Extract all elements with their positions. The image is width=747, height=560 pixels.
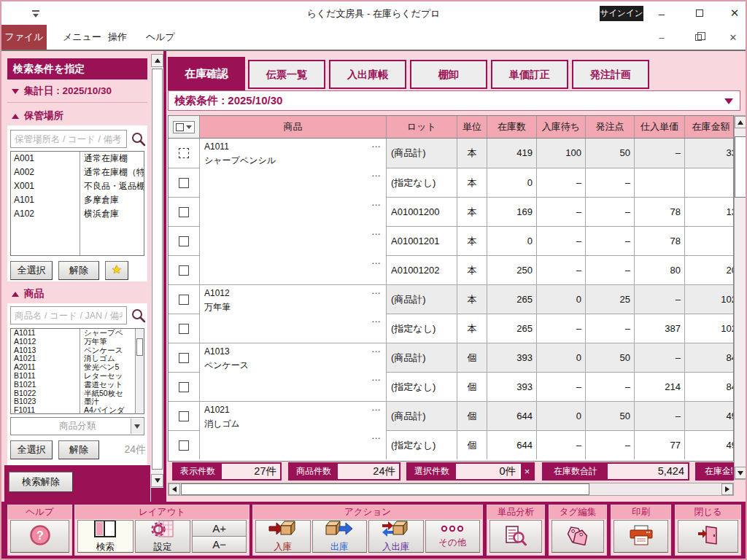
row-select-cell[interactable] bbox=[169, 343, 200, 372]
row-more-button[interactable]: … bbox=[371, 430, 382, 441]
list-item[interactable]: A001通常在庫棚 bbox=[11, 152, 144, 166]
column-header-amount[interactable]: 在庫金額 bbox=[685, 116, 734, 138]
scroll-right-button[interactable] bbox=[721, 483, 733, 495]
sidebar-scrollbar[interactable] bbox=[151, 54, 163, 502]
list-item[interactable]: A1011シャープペ bbox=[11, 329, 144, 338]
table-vertical-scrollbar[interactable] bbox=[734, 115, 747, 480]
list-item[interactable]: A1013ペンケース bbox=[11, 346, 144, 355]
row-checkbox[interactable] bbox=[179, 236, 189, 246]
row-select-cell[interactable] bbox=[169, 401, 200, 430]
search-icon[interactable] bbox=[130, 130, 147, 148]
tag-edit-button[interactable] bbox=[551, 520, 604, 553]
inbound-button[interactable]: 入庫 bbox=[255, 520, 311, 553]
product-search-input[interactable] bbox=[10, 306, 127, 324]
column-header-qty[interactable]: 在庫数 bbox=[487, 116, 537, 138]
row-checkbox[interactable] bbox=[179, 353, 189, 363]
row-more-button[interactable]: … bbox=[371, 139, 382, 149]
product-section-header[interactable]: 商品 bbox=[12, 287, 147, 300]
print-button[interactable] bbox=[614, 520, 668, 553]
list-item[interactable]: A1012万年筆 bbox=[11, 338, 144, 346]
list-item[interactable]: A101多摩倉庫 bbox=[11, 193, 144, 207]
location-select-all-button[interactable]: 全選択 bbox=[10, 261, 53, 280]
table-horizontal-scrollbar[interactable] bbox=[168, 483, 734, 496]
font-decrease-button[interactable]: A− bbox=[192, 536, 247, 553]
list-item[interactable]: A2011蛍光ペン5 bbox=[11, 363, 144, 372]
row-more-button[interactable]: … bbox=[371, 285, 382, 296]
row-checkbox[interactable] bbox=[179, 440, 189, 451]
column-header-lot[interactable]: ロット bbox=[387, 116, 457, 138]
filter-bar[interactable]: 検索条件 : 2025/10/30 bbox=[168, 90, 740, 111]
list-item[interactable]: B1021書道セット bbox=[11, 381, 144, 389]
reset-search-button[interactable]: 検索解除 bbox=[9, 472, 73, 492]
column-header-product[interactable]: 商品 bbox=[200, 116, 387, 138]
row-select-cell[interactable] bbox=[169, 372, 200, 401]
list-item[interactable]: A002通常在庫棚（特 bbox=[11, 166, 144, 179]
tab-slip-list[interactable]: 伝票一覧 bbox=[248, 60, 325, 89]
list-item[interactable]: A102横浜倉庫 bbox=[11, 207, 144, 221]
child-close-button[interactable]: ✕ bbox=[722, 29, 744, 45]
other-actions-button[interactable]: その他 bbox=[425, 520, 481, 553]
row-more-button[interactable]: … bbox=[371, 343, 382, 354]
scrollbar-thumb[interactable] bbox=[152, 69, 163, 470]
row-select-cell[interactable] bbox=[169, 168, 200, 197]
scrollbar-thumb[interactable] bbox=[735, 136, 746, 198]
column-header-wait[interactable]: 入庫待ち bbox=[537, 116, 586, 138]
minimize-button[interactable]: – bbox=[649, 4, 674, 22]
inout-button[interactable]: 入出庫 bbox=[368, 520, 424, 553]
tab-order-plan[interactable]: 発注計画 bbox=[572, 60, 649, 89]
list-item[interactable]: A1021消しゴム bbox=[11, 354, 144, 363]
row-more-button[interactable]: … bbox=[371, 197, 382, 208]
location-section-header[interactable]: 保管場所 bbox=[12, 109, 147, 122]
help-button[interactable]: ? bbox=[10, 520, 69, 553]
search-icon[interactable] bbox=[130, 306, 147, 324]
select-all-combo[interactable] bbox=[173, 121, 195, 133]
child-restore-button[interactable] bbox=[687, 29, 709, 45]
row-more-button[interactable]: … bbox=[371, 255, 382, 266]
menu-item-help[interactable]: ヘルプ bbox=[137, 25, 184, 50]
list-item[interactable]: F1011A4バインダ bbox=[11, 406, 144, 414]
aggregate-date-row[interactable]: 集計日 : 2025/10/30 bbox=[12, 85, 147, 98]
location-clear-button[interactable]: 解除 bbox=[58, 261, 99, 280]
row-select-cell[interactable] bbox=[169, 226, 200, 255]
scrollbar-thumb[interactable] bbox=[136, 338, 143, 356]
row-checkbox[interactable] bbox=[179, 295, 189, 305]
close-button[interactable]: ✕ bbox=[722, 4, 747, 22]
select-all-header[interactable] bbox=[169, 116, 200, 138]
tab-stocktake[interactable]: 棚卸 bbox=[410, 60, 487, 89]
location-list[interactable]: A001通常在庫棚A002通常在庫棚（特X001不良品・返品棚A101多摩倉庫A… bbox=[10, 151, 144, 256]
product-list[interactable]: A1011シャープペA1012万年筆A1013ペンケースA1021消しゴムA20… bbox=[10, 328, 144, 414]
product-select-all-button[interactable]: 全選択 bbox=[10, 440, 53, 459]
row-checkbox[interactable] bbox=[179, 411, 189, 421]
list-item[interactable]: B1023墨汁 bbox=[11, 397, 144, 406]
row-select-cell[interactable] bbox=[169, 430, 200, 459]
row-more-button[interactable]: … bbox=[371, 314, 382, 324]
item-analysis-button[interactable] bbox=[489, 520, 542, 553]
column-header-price[interactable]: 仕入単価 bbox=[635, 116, 685, 138]
row-more-button[interactable]: … bbox=[371, 402, 382, 413]
row-checkbox[interactable] bbox=[179, 265, 189, 276]
font-increase-button[interactable]: A+ bbox=[192, 520, 247, 536]
product-clear-button[interactable]: 解除 bbox=[58, 440, 99, 459]
row-checkbox[interactable] bbox=[179, 382, 189, 392]
product-list-scrollbar[interactable] bbox=[135, 329, 144, 413]
search-layout-button[interactable]: 検索 bbox=[77, 520, 133, 553]
row-select-cell[interactable] bbox=[169, 255, 200, 284]
product-category-select[interactable]: 商品分類 bbox=[10, 417, 144, 435]
row-more-button[interactable]: … bbox=[371, 168, 382, 179]
tab-stock-check[interactable]: 在庫確認 bbox=[168, 57, 245, 90]
select-all-checkbox[interactable] bbox=[176, 123, 184, 131]
list-item[interactable]: B1011レターセッ bbox=[11, 372, 144, 381]
list-item[interactable]: X001不良品・返品棚 bbox=[11, 179, 144, 193]
tab-inout-ledger[interactable]: 入出庫帳 bbox=[329, 60, 406, 89]
row-select-cell[interactable] bbox=[169, 197, 200, 226]
scroll-down-button[interactable] bbox=[151, 474, 163, 487]
signin-button[interactable]: サインイン bbox=[600, 6, 643, 21]
row-select-cell[interactable] bbox=[169, 139, 200, 168]
row-checkbox[interactable] bbox=[179, 207, 189, 217]
settings-button[interactable]: 設定 bbox=[135, 520, 191, 553]
menu-item-file[interactable]: ファイル bbox=[1, 25, 47, 50]
scroll-up-button[interactable] bbox=[151, 54, 163, 67]
row-select-cell[interactable] bbox=[169, 314, 200, 343]
list-item[interactable]: B1022半紙50枚セ bbox=[11, 389, 144, 398]
row-select-cell[interactable] bbox=[169, 284, 200, 314]
